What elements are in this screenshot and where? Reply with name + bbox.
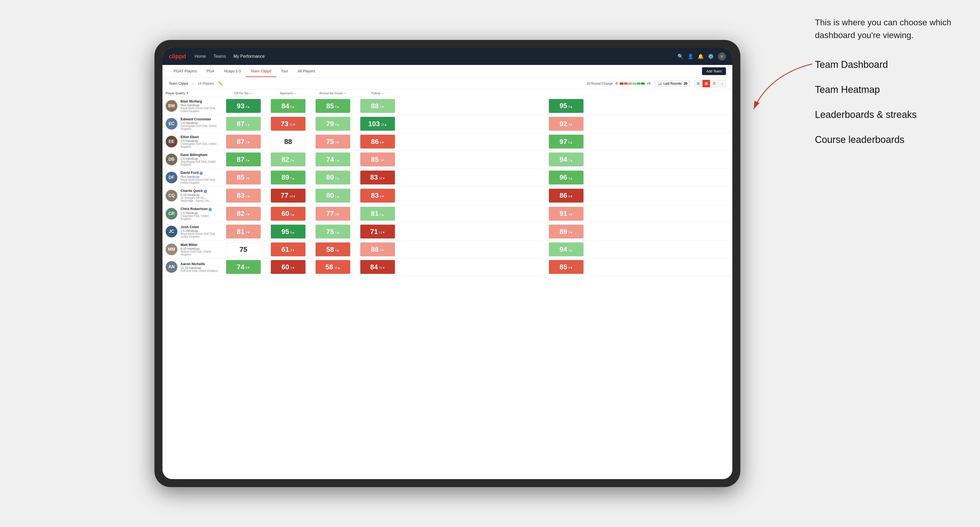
brand-logo[interactable]: clippd xyxy=(169,53,186,60)
table-row[interactable]: BMBlair McHargPlus HandicapRoyal North D… xyxy=(162,97,732,115)
tab-pga[interactable]: PGA xyxy=(202,66,219,77)
score-value: 87 xyxy=(237,138,245,146)
score-change: 8▲ xyxy=(335,105,339,108)
player-name[interactable]: Chris Robertson✓ xyxy=(181,207,218,211)
nav-menu: Home Teams My Performance xyxy=(195,54,678,59)
player-name[interactable]: Edward Crossman xyxy=(181,117,218,121)
score-change: 4▲ xyxy=(245,159,250,162)
score-cell-off-tee: 846▲ xyxy=(266,97,310,115)
score-box: 866▼ xyxy=(360,135,395,149)
table-row[interactable]: JCJosh Coles1-5 HandicapRoyal North Devo… xyxy=(162,223,732,241)
score-cell-putting: 975▲ xyxy=(400,133,732,151)
tab-all-players[interactable]: All Players xyxy=(293,66,320,77)
player-cell[interactable]: ECEdward Crossman1-5 HandicapSunningdale… xyxy=(162,115,221,133)
tab-team-clippd[interactable]: Team Clippd xyxy=(246,66,276,77)
annotation-item-team-heatmap: Team Heatmap xyxy=(815,83,975,97)
player-handicap: 1-5 Handicap xyxy=(181,139,218,142)
score-change: 2▼ xyxy=(568,231,573,234)
score-value: 96 xyxy=(560,173,567,181)
settings-icon[interactable]: ⚙️ xyxy=(708,54,714,59)
view-grid-icon[interactable]: ⊞ xyxy=(695,80,702,87)
player-cell[interactable]: CQCharlie Quick✓6-10 HandicapSt. George'… xyxy=(162,187,221,205)
arrow-annotation xyxy=(738,59,823,117)
nav-teams[interactable]: Teams xyxy=(213,54,226,59)
score-change: 7▲ xyxy=(290,177,295,180)
nav-my-performance[interactable]: My Performance xyxy=(234,54,265,59)
view-heatmap-icon[interactable]: ▦ xyxy=(703,80,710,87)
player-cell[interactable]: BMBlair McHargPlus HandicapRoyal North D… xyxy=(162,97,221,115)
score-box: 833▼ xyxy=(226,189,261,203)
player-name[interactable]: Blair McHarg xyxy=(181,99,218,103)
player-cell[interactable]: ANAaron Nicholls11-15 HandicapDrift Golf… xyxy=(162,259,221,275)
player-name[interactable]: Matt Miller xyxy=(181,243,218,247)
score-box: 602▲ xyxy=(271,207,305,221)
player-name[interactable]: Josh Coles xyxy=(181,225,218,229)
player-cell[interactable]: DBDave Billingham1-5 HandicapGog Magog G… xyxy=(162,151,221,168)
player-cell[interactable]: JCJosh Coles1-5 HandicapRoyal North Devo… xyxy=(162,223,221,240)
player-name[interactable]: Elliot Ebert xyxy=(181,135,218,139)
score-box: 8310▼ xyxy=(360,171,395,184)
score-box: 613▼ xyxy=(271,243,305,256)
color-bar xyxy=(620,83,645,85)
score-value: 89 xyxy=(560,227,567,236)
player-name[interactable]: Dave Billingham xyxy=(181,153,218,157)
score-cell-around-green: 8421▼ xyxy=(355,259,400,276)
header-approach[interactable]: Approach — xyxy=(266,89,310,97)
score-box: 963▲ xyxy=(549,171,584,184)
score-cell-player-quality: 823▼ xyxy=(221,205,266,223)
table-row[interactable]: DFDavid Ford✓Plus HandicapRoyal North De… xyxy=(162,168,732,187)
header-around-green[interactable]: Around the Green — xyxy=(310,89,355,97)
table-row[interactable]: DBDave Billingham1-5 HandicapGog Magog G… xyxy=(162,151,732,168)
table-row[interactable]: ECEdward Crossman1-5 HandicapSunningdale… xyxy=(162,115,732,133)
player-name[interactable]: David Ford✓ xyxy=(181,171,218,175)
score-value: 85 xyxy=(560,263,567,271)
player-info: Chris Robertson✓1-5 HandicapCraigmillar … xyxy=(181,207,218,221)
user-icon[interactable]: 👤 xyxy=(687,54,694,59)
round-change-label: 20 Round Change xyxy=(587,82,612,86)
last-rounds-button[interactable]: 📊 Last Rounds: 20 xyxy=(655,80,690,87)
score-value: 85 xyxy=(371,156,379,163)
score-box: 892▼ xyxy=(549,225,584,238)
nav-home[interactable]: Home xyxy=(195,54,206,59)
score-value: 58 xyxy=(326,245,334,254)
round-change-minus: -5 xyxy=(615,82,618,86)
score-change: 8▼ xyxy=(568,195,573,198)
player-cell[interactable]: EEElliot Ebert1-5 HandicapSunningdale Go… xyxy=(162,133,221,151)
score-value: 81 xyxy=(371,210,379,218)
bell-icon[interactable]: 🔔 xyxy=(698,54,703,59)
header-player-quality[interactable]: Player Quality ▼ xyxy=(162,89,221,97)
player-avatar: JC xyxy=(165,226,177,237)
score-box: 753▼ xyxy=(316,135,350,149)
score-change: 3▼ xyxy=(245,141,250,144)
tab-tour[interactable]: Tour xyxy=(276,66,293,77)
table-row[interactable]: EEElliot Ebert1-5 HandicapSunningdale Go… xyxy=(162,133,732,151)
score-cell-around-green: 866▼ xyxy=(355,133,400,151)
player-info: David Ford✓Plus HandicapRoyal North Devo… xyxy=(181,171,218,184)
score-cell-approach: 799▲ xyxy=(310,115,355,133)
score-box: 943▲ xyxy=(549,243,584,256)
player-cell[interactable]: CRChris Robertson✓1-5 HandicapCraigmilla… xyxy=(162,205,221,222)
add-team-button[interactable]: Add Team xyxy=(702,67,726,75)
tab-pgat[interactable]: PGAT Players xyxy=(169,66,202,77)
player-cell[interactable]: MMMatt Miller6-10 HandicapWoburn Golf Cl… xyxy=(162,241,221,258)
search-icon[interactable]: 🔍 xyxy=(678,54,683,59)
player-cell[interactable]: DFDavid Ford✓Plus HandicapRoyal North De… xyxy=(162,168,221,186)
header-putting[interactable]: Putting — xyxy=(355,89,400,97)
table-row[interactable]: CRChris Robertson✓1-5 HandicapCraigmilla… xyxy=(162,205,732,223)
player-club: St. George's Hill GC - Weybridge - Surre… xyxy=(181,197,218,202)
header-off-tee[interactable]: Off the Tee — xyxy=(221,89,266,97)
annotation-item-leaderboards: Leaderboards & streaks xyxy=(815,108,975,122)
view-export-icon[interactable]: ↓ xyxy=(719,80,726,87)
tab-hcaps[interactable]: Hcaps 1-5 xyxy=(219,66,246,77)
table-row[interactable]: ANAaron Nicholls11-15 HandicapDrift Golf… xyxy=(162,259,732,276)
edit-icon[interactable]: ✏️ xyxy=(218,81,223,86)
score-value: 83 xyxy=(237,191,245,200)
player-name[interactable]: Aaron Nicholls xyxy=(181,262,218,266)
score-value: 77 xyxy=(326,210,334,218)
avatar[interactable]: U xyxy=(718,52,726,60)
view-list-icon[interactable]: ☰ xyxy=(711,80,718,87)
table-row[interactable]: CQCharlie Quick✓6-10 HandicapSt. George'… xyxy=(162,187,732,205)
score-cell-player-quality: 871▲ xyxy=(221,115,266,133)
player-name[interactable]: Charlie Quick✓ xyxy=(181,189,218,193)
table-row[interactable]: MMMatt Miller6-10 HandicapWoburn Golf Cl… xyxy=(162,241,732,259)
